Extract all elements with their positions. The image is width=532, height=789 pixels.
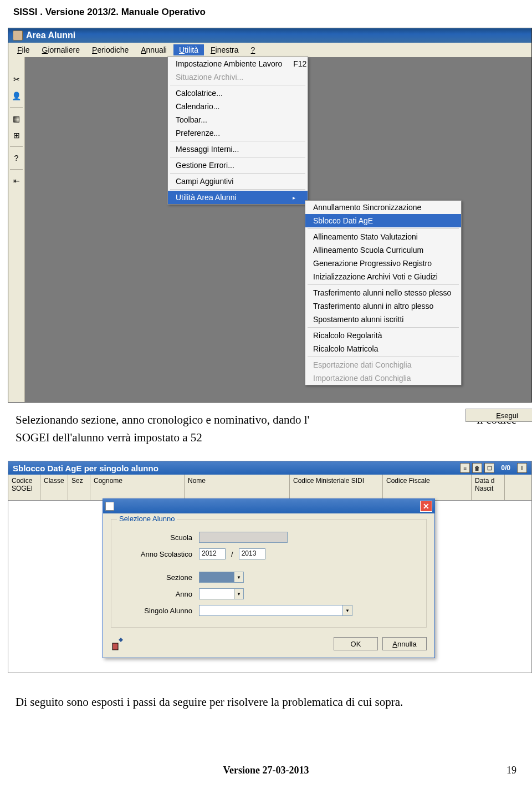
menu-separator (308, 357, 459, 357)
menu-item[interactable]: Generazione Progressivo Registro (305, 257, 461, 270)
close-icon[interactable]: ✕ (420, 501, 432, 512)
menu-item[interactable]: Ricalcolo Matricola (305, 342, 461, 355)
menu-separator (170, 157, 305, 157)
menu-item[interactable]: Trasferimento alunni in altro plesso (305, 299, 461, 313)
sezione-combo[interactable]: ▼ (199, 572, 244, 583)
menu-item-finestra[interactable]: Finestra (205, 44, 244, 55)
body-paragraph-2: Di seguito sono esposti i passi da segui… (0, 673, 532, 715)
menu-item[interactable]: Toolbar... (168, 113, 308, 126)
column-header[interactable]: Codice Fiscale (383, 475, 472, 500)
app-window: Area Alunni FileGiornalierePeriodicheAnn… (8, 28, 532, 403)
utilita-dropdown: Impostazione Ambiente LavoroF12Situazion… (167, 57, 308, 205)
tool-sep (10, 107, 23, 108)
menu-separator (170, 85, 305, 85)
label-scuola: Scuola (121, 533, 199, 542)
menu-item-utilità[interactable]: Utilità (173, 44, 204, 55)
esegui-label-rest: segui (501, 411, 518, 420)
titlebar: Area Alunni (8, 28, 531, 43)
tb-icon-3[interactable]: ☐ (484, 463, 494, 473)
vertical-toolbar: ✂ 👤 ▦ ⊞ ? ⇤ (8, 57, 25, 402)
page-footer: Versione 27-03-2013 19 (0, 715, 532, 776)
column-header[interactable]: Cognome (90, 475, 185, 500)
menu-item: Importazione dati Conchiglia (305, 371, 461, 385)
label-anno-scolastico: Anno Scolastico (121, 550, 199, 558)
tool-icon-1[interactable]: ✂ (11, 74, 22, 85)
menu-item[interactable]: Sblocco Dati AgE (305, 214, 461, 227)
selezione-alunno-group: Selezione Alunno Scuola Anno Scolastico … (111, 519, 427, 628)
grid-header: Codice SOGEIClasseSezCognomeNomeCodice M… (8, 475, 531, 501)
annulla-button[interactable]: Annulla (382, 637, 427, 650)
label-anno: Anno (121, 590, 199, 598)
menu-item[interactable]: Allineamento Stato Valutazioni (305, 230, 461, 243)
esegui-button[interactable]: Esegui (466, 409, 532, 422)
reset-icon[interactable] (111, 637, 125, 651)
dialog-titlebar[interactable]: ✕ (103, 499, 434, 513)
menu-separator (308, 327, 459, 328)
tool-icon-4[interactable]: ⊞ (11, 130, 22, 141)
menu-item[interactable]: Messaggi Interni... (168, 142, 308, 156)
column-header[interactable]: Data d Nascit (472, 475, 505, 500)
tool-icon-help[interactable]: ? (11, 152, 22, 164)
menu-separator (308, 284, 459, 285)
tool-icon-grid[interactable]: ▦ (11, 113, 22, 124)
chevron-down-icon[interactable]: ▼ (343, 605, 352, 616)
column-header[interactable]: Codice Ministeriale SIDI (290, 475, 383, 500)
column-header[interactable]: Classe (40, 475, 68, 500)
column-header[interactable]: Codice SOGEI (8, 475, 40, 500)
menu-item[interactable]: Annullamento Sincronizzazione (305, 201, 461, 214)
menu-item[interactable]: Calendario... (168, 100, 308, 113)
app-icon (13, 30, 23, 40)
menu-item[interactable]: Trasferimento alunni nello stesso plesso (305, 286, 461, 299)
menu-item[interactable]: Calcolatrice... (168, 86, 308, 100)
selezione-alunno-dialog: ✕ Selezione Alunno Scuola Anno Scolastic… (103, 498, 435, 658)
menubar: FileGiornalierePeriodicheAnnualiUtilitàF… (8, 43, 531, 57)
chevron-down-icon[interactable]: ▼ (234, 572, 244, 583)
as-from-field[interactable]: 2012 (199, 548, 226, 559)
menu-item[interactable]: Gestione Errori... (168, 159, 308, 172)
footer-version: Versione 27-03-2013 (223, 765, 309, 776)
tool-icon-exit[interactable]: ⇤ (11, 175, 22, 186)
menu-item[interactable]: Inizializzazione Archivi Voti e Giudizi (305, 270, 461, 283)
dialog-footer: OK Annulla (103, 633, 434, 658)
menu-item[interactable]: Utilità Area Alunni (168, 191, 308, 204)
tb-icon-2[interactable]: 🗑 (472, 463, 482, 473)
menu-item[interactable]: Campi Aggiuntivi (168, 175, 308, 188)
sblocco-window: Sblocco Dati AgE per singolo alunno ≡ 🗑 … (8, 461, 532, 673)
menu-item-annuali[interactable]: Annuali (135, 44, 172, 55)
menu-item-?[interactable]: ? (245, 44, 261, 55)
row-anno: Anno ▼ (121, 588, 416, 599)
menu-separator (170, 173, 305, 174)
tool-sep (10, 146, 23, 147)
anno-combo[interactable]: ▼ (199, 588, 244, 599)
menu-item-file[interactable]: File (12, 44, 35, 55)
menu-item[interactable]: Ricalcolo Regolarità (305, 329, 461, 342)
row-scuola: Scuola (121, 532, 416, 543)
column-header[interactable]: Sez (68, 475, 90, 500)
as-to-field[interactable]: 2013 (239, 548, 265, 559)
ok-button[interactable]: OK (334, 637, 378, 650)
chevron-down-icon[interactable]: ▼ (234, 588, 244, 599)
menu-item[interactable]: Allineamento Scuola Curriculum (305, 243, 461, 257)
singolo-alunno-combo[interactable]: ▼ (199, 605, 352, 616)
menu-item: Situazione Archivi... (168, 70, 308, 84)
menu-item[interactable]: Preferenze... (168, 126, 308, 140)
tb-icon-4[interactable]: I (517, 463, 527, 473)
menu-separator (170, 141, 305, 141)
app-body: ✂ 👤 ▦ ⊞ ? ⇤ Impostazione Ambiente Lavoro… (8, 57, 531, 402)
row-sezione: Sezione ▼ (121, 572, 416, 583)
sblocco-titlebar: Sblocco Dati AgE per singolo alunno ≡ 🗑 … (8, 461, 531, 475)
record-count: 0/0 (497, 464, 515, 472)
group-legend: Selezione Alunno (117, 515, 177, 523)
tool-icon-2[interactable]: 👤 (11, 90, 22, 101)
label-singolo-alunno: Singolo Alunno (121, 607, 199, 615)
menu-item[interactable]: Impostazione Ambiente LavoroF12 (168, 57, 308, 70)
dialog-icon (105, 502, 114, 511)
row-anno-scolastico: Anno Scolastico 2012 / 2013 (121, 548, 416, 559)
menu-item-periodiche[interactable]: Periodiche (86, 44, 134, 55)
menu-item[interactable]: Spostamento alunni iscritti (305, 313, 461, 326)
tb-icon-1[interactable]: ≡ (460, 463, 470, 473)
svg-rect-0 (112, 643, 118, 650)
column-header[interactable]: Nome (185, 475, 290, 500)
menu-item-giornaliere[interactable]: Giornaliere (37, 44, 85, 55)
sblocco-toolbar: ≡ 🗑 ☐ 0/0 I (460, 463, 527, 473)
